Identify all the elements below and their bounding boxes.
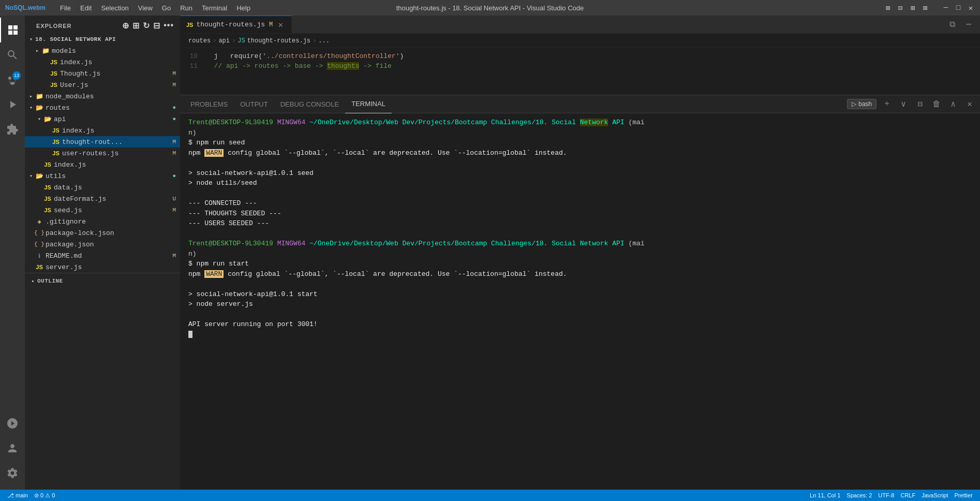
status-language[interactable]: JavaScript [918,492,951,498]
shell-prompt-icon: ▷ [852,100,856,108]
sidebar-item-readme[interactable]: ℹ README.md M [25,250,180,261]
term-extra1: (mai [628,119,644,126]
delete-terminal-btn[interactable]: 🗑 [930,98,943,110]
code-line-10: 10 j require('../controllers/thoughtCont… [180,52,980,62]
sidebar-project-root[interactable]: ▾ 18. SOCIAL NETWORK API [25,34,180,45]
more-icon[interactable]: ••• [164,21,174,31]
code-editor[interactable]: 10 j require('../controllers/thoughtCont… [180,48,980,95]
status-encoding[interactable]: UTF-8 [875,492,897,498]
activity-account[interactable] [0,436,25,461]
folder-label: node_modules [46,93,180,100]
sidebar-item-models-folder[interactable]: ▸ 📁 models [25,45,180,56]
activity-source-control[interactable]: 13 [0,67,25,92]
layout-btn-1[interactable]: ⊞ [884,4,892,12]
sidebar-item-routes-index[interactable]: JS index.js [25,159,180,170]
terminal-content[interactable]: Trent@DESKTOP-9L30419 MINGW64 ~/OneDrive… [180,113,980,395]
maximize-btn[interactable]: □ [954,4,962,12]
collapse-icon[interactable]: ⊟ [153,21,160,31]
tab-output[interactable]: OUTPUT [234,95,274,113]
activity-search[interactable] [0,42,25,67]
activity-extensions[interactable] [0,117,25,142]
tab-problems[interactable]: PROBLEMS [184,95,234,113]
sidebar-item-api[interactable]: ▾ 📂 api ● [25,113,180,125]
sidebar-content: ▾ 18. SOCIAL NETWORK API ▸ 📁 models JS i… [25,34,180,490]
activity-run[interactable] [0,92,25,117]
terminal-cursor-line [188,330,972,340]
sidebar-item-user-routes[interactable]: JS user-routes.js M [25,148,180,159]
terminal-line-out3: > social-network-api@1.0.1 start [188,289,972,300]
sidebar-item-gitignore[interactable]: ◈ .gitignore [25,216,180,227]
split-editor-icon[interactable]: ⧉ [945,17,959,32]
more-actions-icon[interactable]: ⋯ [961,17,976,32]
minimize-btn[interactable]: ─ [942,4,950,12]
file-label: user-routes.js [62,150,172,157]
menu-run[interactable]: Run [176,3,197,13]
status-branch[interactable]: ⎇ main [4,492,31,499]
line-content-11: // api -> routes -> base -> thoughts -> … [206,62,980,70]
sidebar-item-routes[interactable]: ▾ 📂 routes ● [25,102,180,113]
menu-file[interactable]: File [56,3,75,13]
menu-edit[interactable]: Edit [76,3,96,13]
sidebar-item-node-modules[interactable]: ▸ 📁 node_modules [25,91,180,102]
activity-remote[interactable] [0,411,25,436]
close-panel-btn[interactable]: ✕ [963,98,976,110]
menu-terminal[interactable]: Terminal [198,3,231,13]
status-formatter[interactable]: Prettier [952,492,976,498]
new-folder-icon[interactable]: ⊞ [132,21,140,31]
terminal-line-api-running: API server running on port 3001! [188,319,972,330]
status-spaces[interactable]: Spaces: 2 [843,492,875,498]
terminal-line-blank5 [188,310,972,320]
term-cmd1: $ npm run seed [188,139,245,146]
breadcrumb-api[interactable]: api [218,37,230,45]
file-label: data.js [54,184,180,191]
tab-debug-console[interactable]: DEBUG CONSOLE [274,95,345,113]
tab-close-button[interactable]: ✕ [276,20,285,30]
sidebar-item-server-js[interactable]: JS server.js [25,261,180,273]
layout-btn-2[interactable]: ⊟ [896,4,904,12]
menu-view[interactable]: View [134,3,157,13]
maximize-panel-btn[interactable]: ∧ [947,98,959,110]
term-out1: > social-network-api@1.0.1 seed [188,169,314,177]
sidebar-item-seed-js[interactable]: JS seed.js M [25,204,180,216]
close-btn[interactable]: ✕ [967,4,975,12]
layout-btn-4[interactable]: ⊞ [921,4,929,12]
breadcrumb-file[interactable]: thought-routes.js [247,37,310,45]
terminal-line-cmd1: $ npm run seed [188,138,972,148]
activity-explorer[interactable] [0,18,25,42]
file-badge: M [172,70,176,77]
sidebar-item-data-js[interactable]: JS data.js [25,182,180,193]
sidebar-item-user-js[interactable]: JS User.js M [25,79,180,91]
activity-settings[interactable] [0,461,25,485]
sidebar-item-thought-js[interactable]: JS Thought.js M [25,68,180,79]
layout-btn-3[interactable]: ⊞ [909,4,917,12]
refresh-icon[interactable]: ↻ [143,21,150,31]
sidebar-item-api-index[interactable]: JS index.js [25,125,180,136]
term-path2: ~/OneDrive/Desktop/Web Dev/Projects/Boot… [309,240,625,247]
add-terminal-btn[interactable]: + [881,98,893,110]
shell-selector[interactable]: ▷ bash [847,99,877,109]
sidebar-item-dateformat-js[interactable]: JS dateFormat.js U [25,193,180,204]
status-ln-col[interactable]: Ln 11, Col 1 [807,492,843,498]
split-terminal-btn[interactable]: ⊟ [914,98,926,110]
term-warn-badge2: WARN [204,270,224,278]
sidebar-item-thought-routes[interactable]: JS thought-rout... M [25,136,180,148]
tab-thought-routes[interactable]: JS thought-routes.js M ✕ [180,16,292,33]
terminal-dropdown-btn[interactable]: ∨ [897,98,910,110]
sidebar-item-utils[interactable]: ▾ 📂 utils ● [25,170,180,182]
breadcrumb-dots[interactable]: ... [318,37,330,45]
json-file-icon: { } [35,241,43,247]
term-users-seeded: --- USERS SEEDED --- [188,219,269,227]
outline-header[interactable]: ▸ OUTLINE [25,275,180,287]
menu-selection[interactable]: Selection [97,3,132,13]
status-eol[interactable]: CRLF [897,492,918,498]
folder-arrow: ▾ [27,173,35,179]
tab-terminal[interactable]: TERMINAL [345,95,392,113]
menu-help[interactable]: Help [232,3,255,13]
menu-go[interactable]: Go [158,3,175,13]
status-errors[interactable]: ⊘ 0 ⚠ 0 [31,492,58,499]
sidebar-item-index-js[interactable]: JS index.js [25,56,180,68]
breadcrumb-routes[interactable]: routes [188,37,211,45]
new-file-icon[interactable]: ⊕ [122,21,129,31]
sidebar-item-package-lock[interactable]: { } package-lock.json [25,227,180,239]
sidebar-item-package-json[interactable]: { } package.json [25,239,180,250]
